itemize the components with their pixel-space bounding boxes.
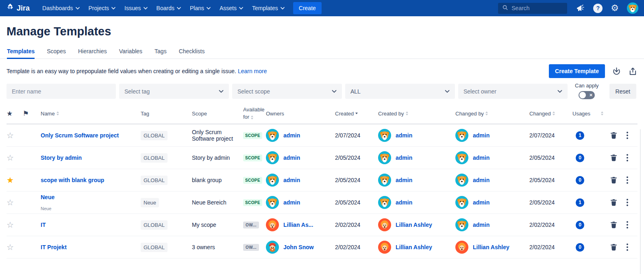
header-name[interactable]: Name bbox=[41, 111, 141, 117]
changed-by-link[interactable]: admin bbox=[473, 199, 490, 206]
can-apply-control: Can apply × bbox=[575, 83, 599, 99]
tab-variables[interactable]: Variables bbox=[119, 48, 142, 59]
tab-templates[interactable]: Templates bbox=[7, 48, 35, 59]
kebab-menu-icon[interactable] bbox=[626, 220, 629, 229]
filter-tag-select[interactable]: Select tag bbox=[119, 84, 229, 99]
created-by-link[interactable]: admin bbox=[396, 132, 412, 139]
can-apply-toggle[interactable]: × bbox=[579, 91, 595, 99]
tag-cell: GLOBAL bbox=[141, 243, 192, 252]
created-by-link[interactable]: Lillian Ashley bbox=[396, 244, 432, 250]
changed-by-link[interactable]: admin bbox=[473, 132, 490, 139]
created-by-link[interactable]: Lillian Ashley bbox=[396, 222, 432, 228]
header-created-by[interactable]: Created by bbox=[378, 111, 455, 117]
delete-icon[interactable] bbox=[610, 132, 617, 139]
created-by-cell: Lillian Ashley bbox=[378, 241, 455, 254]
template-name-link[interactable]: Story by admin bbox=[41, 154, 82, 161]
nav-item-projects[interactable]: Projects bbox=[84, 0, 120, 16]
header-changed-by[interactable]: Changed by bbox=[455, 111, 529, 117]
favorite-star-icon[interactable]: ★ bbox=[7, 176, 23, 184]
table-row: ☆IT ProjektGLOBAL3 ownersOW...John Snow2… bbox=[7, 236, 637, 259]
tab-checklists[interactable]: Checklists bbox=[179, 48, 205, 59]
template-name-link[interactable]: scope with blank group bbox=[41, 177, 104, 183]
delete-icon[interactable] bbox=[610, 199, 617, 206]
favorite-star-icon[interactable]: ☆ bbox=[7, 243, 23, 251]
kebab-menu-icon[interactable] bbox=[626, 243, 629, 252]
nav-item-issues[interactable]: Issues bbox=[120, 0, 152, 16]
filter-type-select[interactable]: ALL bbox=[345, 84, 455, 99]
nav-item-dashboards[interactable]: Dashboards bbox=[38, 0, 84, 16]
header-created[interactable]: Created bbox=[335, 111, 378, 117]
owner-cell: Lillian As... bbox=[266, 218, 335, 231]
search-box[interactable] bbox=[498, 3, 567, 14]
user-avatar[interactable] bbox=[627, 2, 638, 14]
favorite-star-icon[interactable]: ☆ bbox=[7, 198, 23, 207]
created-by-link[interactable]: admin bbox=[396, 177, 412, 183]
nav-item-templates[interactable]: Templates bbox=[248, 0, 289, 16]
kebab-menu-icon[interactable] bbox=[626, 198, 629, 207]
owner-link[interactable]: admin bbox=[283, 177, 300, 183]
nav-item-plans[interactable]: Plans bbox=[185, 0, 215, 16]
delete-icon[interactable] bbox=[610, 176, 617, 184]
favorite-star-icon[interactable]: ☆ bbox=[7, 221, 23, 229]
header-usages[interactable]: Usages bbox=[572, 111, 607, 117]
favorite-star-icon[interactable]: ☆ bbox=[7, 131, 23, 139]
gear-icon[interactable]: ⚙ bbox=[611, 4, 619, 13]
tab-tags[interactable]: Tags bbox=[154, 48, 167, 59]
sort-icon bbox=[485, 111, 488, 115]
template-name-link[interactable]: Neue bbox=[41, 194, 54, 200]
template-name-link[interactable]: Only Scrum Software project bbox=[41, 132, 119, 139]
table-row: ☆NeueNeueNeueNeue BereichSCOPEadmin2/05/… bbox=[7, 191, 637, 214]
create-button[interactable]: Create bbox=[293, 2, 322, 14]
actions-cell bbox=[607, 220, 637, 229]
owner-link[interactable]: admin bbox=[283, 132, 300, 139]
header-changed[interactable]: Changed bbox=[529, 111, 572, 117]
chevron-down-icon bbox=[281, 7, 285, 10]
created-date: 2/02/2024 bbox=[335, 244, 378, 250]
delete-icon[interactable] bbox=[610, 154, 617, 161]
chevron-down-icon bbox=[207, 7, 211, 10]
nav-item-assets[interactable]: Assets bbox=[215, 0, 248, 16]
kebab-menu-icon[interactable] bbox=[626, 131, 629, 140]
owner-link[interactable]: Lillian As... bbox=[283, 222, 313, 228]
search-input[interactable] bbox=[511, 5, 560, 11]
filter-scope-select[interactable]: Select scope bbox=[232, 84, 342, 99]
sort-icon bbox=[601, 111, 603, 115]
created-by-cell: admin bbox=[378, 129, 455, 142]
template-name-link[interactable]: IT Projekt bbox=[41, 244, 67, 250]
owner-link[interactable]: John Snow bbox=[283, 244, 314, 250]
delete-icon[interactable] bbox=[610, 221, 617, 228]
favorite-star-icon[interactable]: ☆ bbox=[7, 154, 23, 162]
changed-by-link[interactable]: admin bbox=[473, 222, 490, 228]
import-icon[interactable] bbox=[612, 67, 621, 76]
changed-by-link[interactable]: Lillian Ashley bbox=[473, 244, 509, 250]
owner-cell: admin bbox=[266, 196, 335, 209]
reset-button[interactable]: Reset bbox=[609, 84, 637, 99]
export-icon[interactable] bbox=[628, 67, 637, 76]
tag-badge: Neue bbox=[141, 198, 159, 207]
announcement-icon[interactable] bbox=[575, 3, 585, 13]
filter-name-input[interactable] bbox=[7, 84, 116, 99]
help-icon[interactable]: ? bbox=[593, 4, 603, 13]
tag-badge: GLOBAL bbox=[141, 220, 168, 230]
changed-by-cell: admin bbox=[455, 218, 529, 231]
changed-by-link[interactable]: admin bbox=[473, 177, 490, 183]
changed-by-link[interactable]: admin bbox=[473, 154, 490, 161]
kebab-menu-icon[interactable] bbox=[626, 176, 629, 185]
header-available-for[interactable]: Available for bbox=[243, 106, 266, 120]
delete-icon[interactable] bbox=[610, 244, 617, 251]
star-icon: ★ bbox=[7, 109, 13, 118]
jira-logo[interactable]: Jira bbox=[6, 3, 30, 14]
template-name-link[interactable]: IT bbox=[41, 222, 46, 228]
filter-owner-select[interactable]: Select owner bbox=[458, 84, 568, 99]
learn-more-link[interactable]: Learn more bbox=[238, 68, 267, 74]
kebab-menu-icon[interactable] bbox=[626, 153, 629, 162]
create-template-button[interactable]: Create Template bbox=[549, 64, 605, 78]
created-by-link[interactable]: admin bbox=[396, 199, 412, 206]
scrollbar-track[interactable] bbox=[640, 129, 641, 274]
owner-link[interactable]: admin bbox=[283, 154, 300, 161]
tab-scopes[interactable]: Scopes bbox=[47, 48, 66, 59]
owner-link[interactable]: admin bbox=[283, 199, 300, 206]
tab-hierarchies[interactable]: Hierarchies bbox=[78, 48, 107, 59]
created-by-link[interactable]: admin bbox=[396, 154, 412, 161]
nav-item-boards[interactable]: Boards bbox=[152, 0, 185, 16]
